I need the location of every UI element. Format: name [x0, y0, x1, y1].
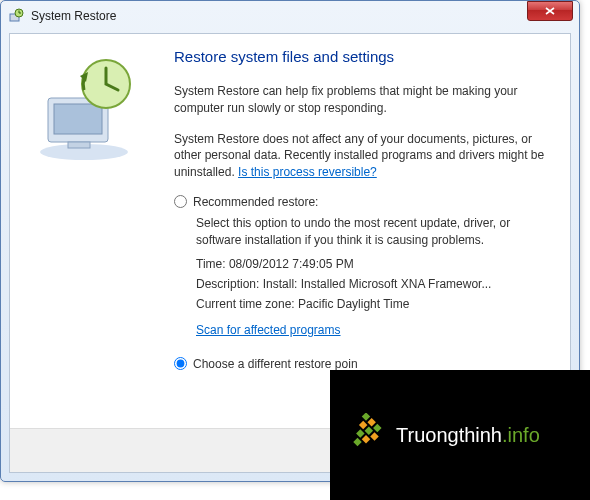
svg-rect-12 [365, 427, 373, 435]
time-label: Time: [196, 257, 229, 271]
reversible-link[interactable]: Is this process reversible? [238, 165, 377, 179]
recommended-restore-radio-row[interactable]: Recommended restore: [174, 195, 550, 209]
watermark-logo-icon [344, 413, 388, 457]
recommended-details: Select this option to undo the most rece… [196, 215, 550, 311]
watermark-overlay: Truongthinh.info [330, 370, 590, 500]
svg-rect-16 [353, 438, 361, 446]
watermark-domain: .info [502, 424, 540, 446]
svg-rect-9 [367, 418, 375, 426]
intro-text-1: System Restore can help fix problems tha… [174, 83, 550, 117]
recommended-restore-label: Recommended restore: [193, 195, 318, 209]
svg-rect-10 [373, 424, 381, 432]
different-restore-radio-row[interactable]: Choose a different restore poin [174, 357, 550, 371]
scan-affected-link[interactable]: Scan for affected programs [196, 323, 341, 337]
different-restore-radio[interactable] [174, 357, 187, 370]
description-value: Install: Installed Microsoft XNA Framewo… [263, 277, 492, 291]
system-restore-icon [7, 7, 25, 25]
intro-text-2: System Restore does not affect any of yo… [174, 131, 550, 181]
restore-description: Description: Install: Installed Microsof… [196, 277, 550, 291]
watermark-text: Truongthinh.info [396, 424, 540, 447]
svg-rect-5 [68, 142, 90, 148]
description-label: Description: [196, 277, 263, 291]
svg-rect-11 [359, 421, 367, 429]
close-button[interactable] [527, 1, 573, 21]
main-panel: Restore system files and settings System… [174, 48, 550, 418]
close-icon [545, 7, 555, 15]
watermark-name: Truongthinh [396, 424, 502, 446]
time-value: 08/09/2012 7:49:05 PM [229, 257, 354, 271]
timezone-label: Current time zone: [196, 297, 298, 311]
svg-rect-8 [362, 413, 370, 421]
recommended-description: Select this option to undo the most rece… [196, 215, 550, 249]
timezone-value: Pacific Daylight Time [298, 297, 409, 311]
svg-rect-15 [362, 435, 370, 443]
restore-timezone: Current time zone: Pacific Daylight Time [196, 297, 550, 311]
restore-illustration-icon [24, 54, 144, 164]
different-restore-label: Choose a different restore poin [193, 357, 358, 371]
page-heading: Restore system files and settings [174, 48, 550, 65]
sidebar-image [24, 48, 174, 418]
svg-rect-14 [356, 429, 364, 437]
svg-rect-4 [54, 104, 102, 134]
recommended-restore-radio[interactable] [174, 195, 187, 208]
content-area: Restore system files and settings System… [10, 34, 570, 428]
restore-time: Time: 08/09/2012 7:49:05 PM [196, 257, 550, 271]
window-title: System Restore [31, 9, 527, 23]
titlebar: System Restore [1, 1, 579, 31]
svg-rect-13 [370, 432, 378, 440]
